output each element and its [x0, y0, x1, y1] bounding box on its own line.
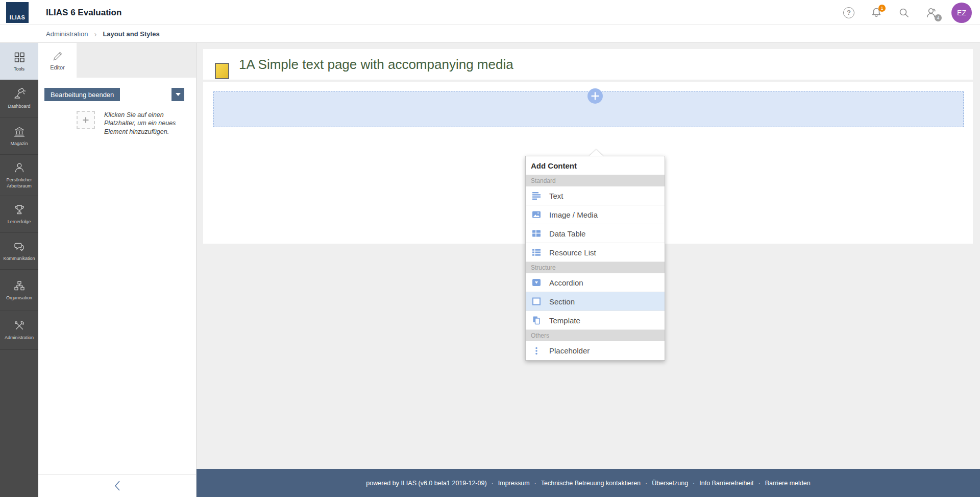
sidebar-item-label: Tools: [13, 66, 26, 72]
finish-editing-button[interactable]: Bearbeitung beenden: [44, 88, 120, 101]
desk-lamp-icon: [13, 88, 26, 101]
person-icon: [13, 161, 26, 175]
table-icon: [532, 229, 541, 238]
page-title-band: 1A Simple text page with accompanying me…: [203, 49, 973, 80]
online-users-badge: 4: [935, 14, 942, 21]
editor-tabstrip: Editor: [38, 43, 196, 78]
search-button[interactable]: [896, 5, 912, 20]
menu-item-template[interactable]: Template: [526, 311, 665, 330]
breadcrumb: Administration › Layout and Styles: [46, 25, 160, 43]
placeholder-hint-text: Klicken Sie auf einen Platzhalter, um ei…: [104, 111, 181, 136]
breadcrumb-administration[interactable]: Administration: [46, 30, 88, 38]
ilias-logo[interactable]: ILIAS: [6, 2, 29, 23]
pencil-icon: [52, 50, 64, 62]
placeholder-hint-row: Klicken Sie auf einen Platzhalter, um ei…: [77, 111, 190, 136]
breadcrumb-current: Layout and Styles: [103, 30, 159, 38]
content-page-icon: [215, 63, 229, 79]
footer-link-barriere-melden[interactable]: Barriere melden: [765, 480, 811, 487]
plus-icon: [82, 116, 90, 124]
tab-editor-label: Editor: [50, 64, 65, 70]
search-icon: [898, 7, 910, 19]
editor-panel: Editor Bearbeitung beenden Klicken Sie a…: [38, 43, 197, 497]
sidebar-item-label: Lernerfolge: [7, 219, 32, 225]
menu-item-accordion[interactable]: Accordion: [526, 273, 665, 292]
sidebar-item-tools[interactable]: Tools: [0, 43, 38, 80]
tab-editor[interactable]: Editor: [38, 43, 77, 78]
sidebar-item-label: Persönlicher Arbeitsraum: [0, 177, 38, 189]
section-icon: [532, 297, 541, 306]
footer-link-barrierefreiheit[interactable]: Info Barrierefreiheit: [699, 480, 753, 487]
help-button[interactable]: ?: [841, 5, 856, 20]
add-content-menu-title: Add Content: [526, 156, 665, 175]
bank-building-icon: [13, 125, 26, 138]
footer-link-impressum[interactable]: Impressum: [498, 480, 530, 487]
page-editor-canvas: Add Content Standard Text Image /: [203, 82, 973, 244]
panel-collapse-bar: [38, 474, 196, 497]
app-title: ILIAS 6 Evaluation: [46, 0, 121, 25]
chevron-down-icon: [176, 93, 181, 96]
user-avatar[interactable]: EZ: [951, 3, 972, 23]
org-chart-icon: [13, 279, 26, 293]
grid-icon: [13, 51, 26, 64]
list-icon: [532, 248, 541, 257]
sidebar-item-magazin[interactable]: Magazin: [0, 117, 38, 155]
crossed-tools-icon: [13, 319, 26, 333]
text-lines-icon: [532, 191, 541, 200]
online-users-button[interactable]: 4: [924, 5, 939, 20]
ilias-app: ILIAS ILIAS 6 Evaluation ? 1: [0, 0, 980, 497]
menu-section-structure: Structure: [526, 262, 665, 273]
menu-caret-up: [589, 150, 603, 156]
add-content-menu: Add Content Standard Text Image /: [525, 156, 665, 361]
sidebar-item-persoenlicher-arbeitsraum[interactable]: Persönlicher Arbeitsraum: [0, 155, 38, 196]
footer-separator: ·: [492, 480, 494, 487]
footer-link-support[interactable]: Technische Betreuung kontaktieren: [541, 480, 641, 487]
menu-item-section[interactable]: Section: [526, 292, 665, 311]
main-content: 1A Simple text page with accompanying me…: [197, 43, 980, 497]
main-sidebar: Tools Dashboard Magazin Pe: [0, 43, 38, 497]
add-placeholder-button[interactable]: [77, 111, 95, 129]
footer-separator: ·: [534, 480, 536, 487]
notifications-button[interactable]: 1: [869, 5, 884, 20]
sidebar-item-label: Kommunikation: [2, 256, 36, 262]
menu-item-label: Text: [549, 192, 564, 200]
sidebar-item-organisation[interactable]: Organisation: [0, 270, 38, 311]
sidebar-item-dashboard[interactable]: Dashboard: [0, 80, 38, 117]
accordion-icon: [532, 278, 541, 287]
header-actions: ? 1 4: [841, 0, 972, 25]
menu-item-label: Section: [549, 297, 575, 306]
menu-item-resource-list[interactable]: Resource List: [526, 243, 665, 262]
menu-item-data-table[interactable]: Data Table: [526, 224, 665, 243]
footer-separator: ·: [645, 480, 647, 487]
footer-separator: ·: [693, 480, 695, 487]
sidebar-item-label: Organisation: [5, 295, 33, 301]
sidebar-item-label: Dashboard: [7, 104, 31, 109]
help-icon: ?: [843, 7, 854, 18]
toolbar-dropdown-button[interactable]: [172, 88, 184, 101]
sidebar-item-lernerfolge[interactable]: Lernerfolge: [0, 196, 38, 233]
chevron-left-icon[interactable]: [114, 479, 121, 492]
template-pages-icon: [532, 316, 541, 325]
footer-separator: ·: [758, 480, 761, 487]
sidebar-item-kommunikation[interactable]: Kommunikation: [0, 233, 38, 270]
menu-item-text[interactable]: Text: [526, 186, 665, 205]
menu-item-placeholder[interactable]: Placeholder: [526, 341, 665, 360]
editor-toolbar: Bearbeitung beenden: [44, 88, 190, 101]
sidebar-item-administration[interactable]: Administration: [0, 311, 38, 350]
footer-link-uebersetzung[interactable]: Übersetzung: [652, 480, 688, 487]
trophy-icon: [13, 203, 26, 217]
page-footer: powered by ILIAS (v6.0 beta1 2019-12-09)…: [197, 469, 980, 497]
menu-item-label: Image / Media: [549, 210, 598, 219]
menu-item-label: Accordion: [549, 278, 583, 287]
menu-section-standard: Standard: [526, 175, 665, 186]
image-icon: [532, 210, 541, 219]
add-content-button[interactable]: [587, 88, 603, 104]
vertical-dots-icon: [532, 346, 541, 356]
sidebar-item-label: Magazin: [9, 141, 29, 147]
chat-bubbles-icon: [13, 240, 26, 253]
menu-section-others: Others: [526, 330, 665, 341]
menu-item-label: Template: [549, 316, 580, 325]
page-title: 1A Simple text page with accompanying me…: [239, 49, 513, 80]
menu-item-image-media[interactable]: Image / Media: [526, 205, 665, 224]
menu-item-label: Resource List: [549, 248, 596, 257]
menu-item-label: Placeholder: [549, 346, 590, 355]
